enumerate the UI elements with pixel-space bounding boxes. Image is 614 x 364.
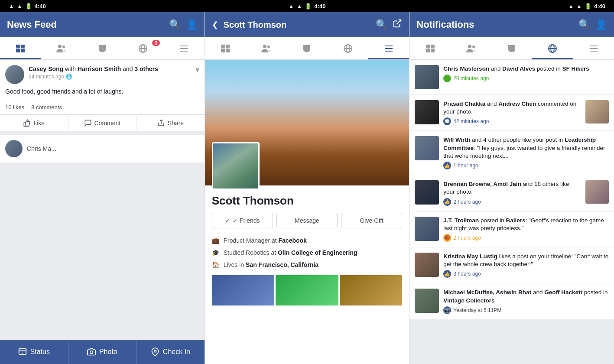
svg-rect-40 — [590, 48, 598, 49]
notifications-tab-bar — [409, 37, 614, 60]
status-left: ▲ ▲ 🔋 4:40 — [9, 3, 46, 10]
profile-photo-2[interactable] — [276, 275, 338, 306]
give-gift-button[interactable]: Give Gift — [341, 213, 402, 228]
battery-icon-3: 🔋 — [585, 3, 591, 10]
svg-rect-29 — [385, 51, 393, 52]
message-button[interactable]: Message — [276, 213, 338, 228]
notification-7[interactable]: Michael McDuffee, Ashwin Bhat and Geoff … — [409, 283, 614, 319]
tab-globe-2[interactable] — [328, 37, 368, 59]
notif-content-5: J.T. Trollman posted in Ballers: "Geoff'… — [443, 217, 609, 242]
notif-avatar-5 — [415, 217, 439, 241]
share-icon[interactable] — [393, 19, 402, 31]
search-icon-1[interactable]: 🔍 — [169, 19, 181, 30]
back-icon[interactable]: ❮ — [212, 20, 218, 29]
location-text: Lives in San Francisco, California — [224, 261, 318, 268]
notif-bold-3: Prasad Chakka — [443, 101, 485, 107]
post-dropdown-icon[interactable]: ▾ — [195, 65, 199, 75]
comments-count: 3 comments — [31, 104, 62, 110]
notification-5[interactable]: J.T. Trollman posted in Ballers: "Geoff'… — [409, 211, 614, 247]
friends-icon-3[interactable]: 👤 — [595, 19, 607, 30]
signal-icon-2: ▲ — [296, 3, 302, 10]
tab-globe-3[interactable] — [532, 37, 573, 59]
post-stats: 10 likes 3 comments — [0, 101, 205, 114]
education-icon: 🎓 — [212, 249, 219, 256]
status-right: ▲ ▲ 🔋 4:40 — [568, 3, 605, 10]
svg-line-17 — [397, 20, 401, 24]
author-name: Casey Song — [29, 65, 63, 72]
notif-time-4: 👍 2 hours ago — [443, 198, 581, 206]
notification-1[interactable]: Chris Masterson and David Alves posted i… — [409, 60, 614, 95]
notif-bold-10: Geoff Hackett — [544, 289, 582, 296]
notification-2[interactable]: Prasad Chakka and Andrew Chen commented … — [409, 95, 614, 131]
tab-friends-2[interactable] — [246, 37, 286, 59]
photo-button[interactable]: Photo — [68, 340, 137, 364]
news-feed-content: Casey Song with Harrison Smith and 3 oth… — [0, 60, 205, 340]
svg-rect-39 — [590, 46, 598, 46]
profile-photos-row — [205, 271, 409, 306]
profile-cover-photo — [205, 60, 409, 185]
tab-friends-3[interactable] — [451, 37, 491, 59]
panels-container: News Feed 🔍 👤 3 — [0, 12, 614, 364]
profile-action-buttons: ✓ ✓ Friends Message Give Gift — [205, 213, 409, 234]
profile-work: 💼 Product Manager at Facebook — [212, 234, 403, 247]
wifi-icon-3: ▲ — [568, 3, 574, 10]
notif-bold-4: Andrew Chen — [498, 101, 536, 107]
profile-photo-3[interactable] — [340, 275, 403, 306]
svg-point-4 — [58, 45, 62, 48]
notif-icon-1: 🌿 — [443, 75, 451, 82]
profile-content: Scott Thomson ✓ ✓ Friends Message Give G… — [205, 60, 409, 364]
like-button[interactable]: Like — [0, 115, 68, 131]
post-time: 24 minutes ago 🌐 — [29, 74, 191, 80]
notification-4[interactable]: Brennan Browne, Amol Jain and 18 others … — [409, 175, 614, 211]
svg-rect-30 — [426, 45, 430, 48]
status-button[interactable]: Status — [0, 340, 68, 364]
tab-friends-1[interactable] — [41, 37, 81, 59]
notification-6[interactable]: Kristina May Lustig likes a post on your… — [409, 247, 614, 283]
profile-photo-1[interactable] — [212, 275, 275, 306]
search-icon-2[interactable]: 🔍 — [376, 19, 387, 30]
tab-chat-2[interactable] — [286, 37, 327, 59]
check-in-button[interactable]: Check In — [136, 340, 205, 364]
profile-education: 🎓 Studied Robotics at Olin College of En… — [212, 247, 403, 259]
post-card-1: Casey Song with Harrison Smith and 3 oth… — [0, 60, 205, 131]
tab-home-3[interactable] — [409, 37, 450, 59]
tab-chat-1[interactable] — [82, 37, 123, 59]
panel-profile: ❮ Scott Thomson 🔍 — [205, 12, 410, 364]
next-post-stub: Chris Ma... — [27, 145, 56, 152]
tab-globe-1[interactable]: 3 — [123, 37, 163, 59]
work-text: Product Manager at Facebook — [224, 237, 307, 244]
notif-content-6: Kristina May Lustig likes a post on your… — [443, 253, 609, 278]
friends-button[interactable]: ✓ ✓ Friends — [212, 213, 273, 228]
svg-rect-1 — [21, 45, 25, 48]
notif-icon-3: 👍 — [443, 162, 451, 169]
svg-point-5 — [62, 46, 65, 48]
notif-time-1: 🌿 20 minutes ago — [443, 75, 609, 82]
tab-home-1[interactable] — [0, 37, 41, 59]
svg-rect-18 — [221, 45, 225, 48]
post-avatar — [5, 65, 24, 84]
notif-icon-6: 👍 — [443, 270, 451, 278]
tab-chat-3[interactable] — [491, 37, 532, 59]
notif-text-2: Prasad Chakka and Andrew Chen commented … — [443, 100, 581, 116]
friends-icon-1[interactable]: 👤 — [186, 19, 198, 30]
notification-3[interactable]: Will Wirth and 4 other people like your … — [409, 131, 614, 175]
search-icon-3[interactable]: 🔍 — [578, 19, 590, 30]
location-city: San Francisco, California — [246, 261, 318, 268]
notif-time-7: 📷 Yesterday at 5:11PM — [443, 306, 609, 314]
notif-time-text-4: 2 hours ago — [453, 199, 481, 205]
notif-avatar-3 — [415, 136, 439, 160]
comment-label: Comment — [94, 120, 121, 127]
tab-menu-3[interactable] — [573, 37, 614, 59]
wifi-icon-2: ▲ — [289, 3, 294, 10]
notif-text-1: Chris Masterson and David Alves posted i… — [443, 65, 609, 73]
tab-menu-2[interactable] — [368, 37, 409, 59]
notif-content-1: Chris Masterson and David Alves posted i… — [443, 65, 609, 82]
notif-time-3: 👍 1 hour ago — [443, 162, 609, 169]
check-in-label: Check In — [163, 348, 190, 356]
notif-bold-2: David Alves — [502, 65, 535, 72]
tab-menu-1[interactable] — [163, 37, 204, 59]
svg-rect-41 — [590, 51, 598, 52]
share-button[interactable]: Share — [136, 115, 205, 131]
tab-home-2[interactable] — [205, 37, 246, 59]
comment-button[interactable]: Comment — [68, 115, 137, 131]
